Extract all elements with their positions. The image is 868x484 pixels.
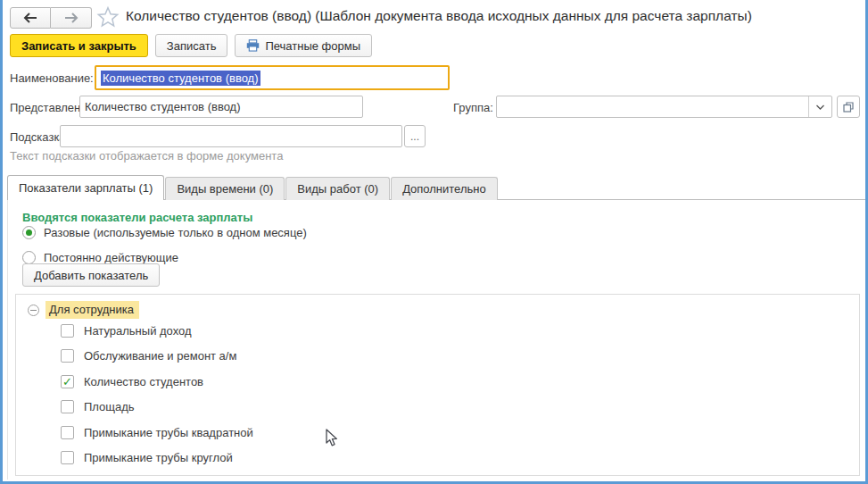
radio-one-time-label: Разовые (используемые только в одном мес… bbox=[44, 226, 307, 239]
radio-permanent-circle bbox=[22, 251, 36, 264]
group-input[interactable] bbox=[496, 96, 832, 118]
checkbox[interactable]: ✓ bbox=[61, 400, 74, 413]
hint-input[interactable] bbox=[60, 125, 402, 147]
radio-one-time[interactable]: Разовые (используемые только в одном мес… bbox=[22, 226, 307, 239]
group-open-button[interactable] bbox=[837, 96, 860, 118]
ellipsis-icon: ... bbox=[410, 130, 419, 143]
tree-item-label: Обслуживание и ремонт а/м bbox=[84, 349, 236, 363]
tree-group-label: Для сотрудника bbox=[45, 301, 139, 319]
page-title: Количество студентов (ввод) (Шаблон доку… bbox=[126, 8, 752, 24]
tabstrip: Показатели зарплаты (1) Виды времени (0)… bbox=[7, 175, 499, 200]
name-field-label: Наименование: bbox=[10, 71, 94, 85]
hint-note: Текст подсказки отображается в форме док… bbox=[10, 149, 283, 163]
tab-salary-indicators[interactable]: Показатели зарплаты (1) bbox=[7, 175, 164, 200]
checkbox[interactable]: ✓ bbox=[61, 451, 74, 464]
section-title: Вводятся показатели расчета зарплаты bbox=[22, 211, 252, 224]
tab-time-kinds[interactable]: Виды времени (0) bbox=[165, 177, 285, 200]
group-dropdown-button[interactable] bbox=[808, 96, 831, 117]
tree-item-label: Площадь bbox=[84, 400, 135, 413]
forward-arrow-icon bbox=[63, 13, 79, 23]
print-forms-button[interactable]: Печатные формы bbox=[235, 34, 372, 57]
save-button[interactable]: Записать bbox=[155, 34, 228, 57]
document-template-window: Количество студентов (ввод) (Шаблон доку… bbox=[0, 0, 868, 484]
tree-item-natural-income[interactable]: ✓ Натуральный доход bbox=[61, 324, 192, 338]
name-input-selected-text: Количество студентов (ввод) bbox=[101, 71, 260, 86]
checkbox[interactable]: ✓ bbox=[61, 375, 74, 388]
back-arrow-icon bbox=[22, 13, 38, 23]
history-nav bbox=[10, 7, 92, 29]
tree-item-car-service[interactable]: ✓ Обслуживание и ремонт а/м bbox=[61, 349, 236, 363]
tree-item-area[interactable]: ✓ Площадь bbox=[61, 400, 135, 413]
favorite-star-icon[interactable] bbox=[96, 5, 120, 29]
print-forms-label: Печатные формы bbox=[265, 39, 360, 53]
tab-work-kinds[interactable]: Виды работ (0) bbox=[285, 177, 390, 200]
indicators-tree-panel: Для сотрудника ✓ Натуральный доход ✓ Обс… bbox=[15, 294, 860, 476]
hint-more-button[interactable]: ... bbox=[404, 125, 426, 147]
tab-pane-left-edge bbox=[7, 200, 8, 480]
forward-button[interactable] bbox=[51, 7, 92, 29]
back-button[interactable] bbox=[10, 7, 51, 29]
radio-one-time-circle bbox=[22, 226, 36, 239]
checkbox[interactable]: ✓ bbox=[61, 349, 74, 363]
toolbar: Записать и закрыть Записать Печатные фор… bbox=[10, 34, 372, 57]
tree-item-label: Примыкание трубы круглой bbox=[84, 451, 233, 464]
tree-group-row[interactable]: Для сотрудника bbox=[28, 301, 139, 319]
name-input[interactable]: Количество студентов (ввод) bbox=[95, 65, 450, 90]
tree-item-students-count[interactable]: ✓ Количество студентов bbox=[61, 375, 203, 388]
tree-item-label: Примыкание трубы квадратной bbox=[84, 426, 253, 439]
tree-item-label: Количество студентов bbox=[84, 375, 203, 388]
tab-additional[interactable]: Дополнительно bbox=[391, 177, 498, 200]
presentation-input-value: Количество студентов (ввод) bbox=[85, 100, 241, 113]
tree-item-round-pipe[interactable]: ✓ Примыкание трубы круглой bbox=[61, 451, 233, 464]
checkbox[interactable]: ✓ bbox=[61, 426, 74, 439]
radio-permanent[interactable]: Постоянно действующие bbox=[22, 251, 178, 264]
tree-item-square-pipe[interactable]: ✓ Примыкание трубы квадратной bbox=[61, 426, 253, 439]
add-indicator-button[interactable]: Добавить показатель bbox=[22, 263, 160, 287]
presentation-input[interactable]: Количество студентов (ввод) bbox=[79, 96, 363, 118]
open-in-list-icon bbox=[843, 102, 854, 113]
tree-item-label: Натуральный доход bbox=[84, 324, 192, 338]
group-field-label: Группа: bbox=[453, 101, 493, 114]
save-and-close-button[interactable]: Записать и закрыть bbox=[10, 34, 148, 57]
radio-permanent-label: Постоянно действующие bbox=[44, 251, 178, 264]
chevron-down-icon bbox=[816, 104, 824, 110]
printer-icon bbox=[246, 39, 260, 52]
collapse-icon[interactable] bbox=[28, 305, 39, 316]
mouse-cursor bbox=[326, 429, 339, 447]
checkbox[interactable]: ✓ bbox=[61, 324, 74, 338]
